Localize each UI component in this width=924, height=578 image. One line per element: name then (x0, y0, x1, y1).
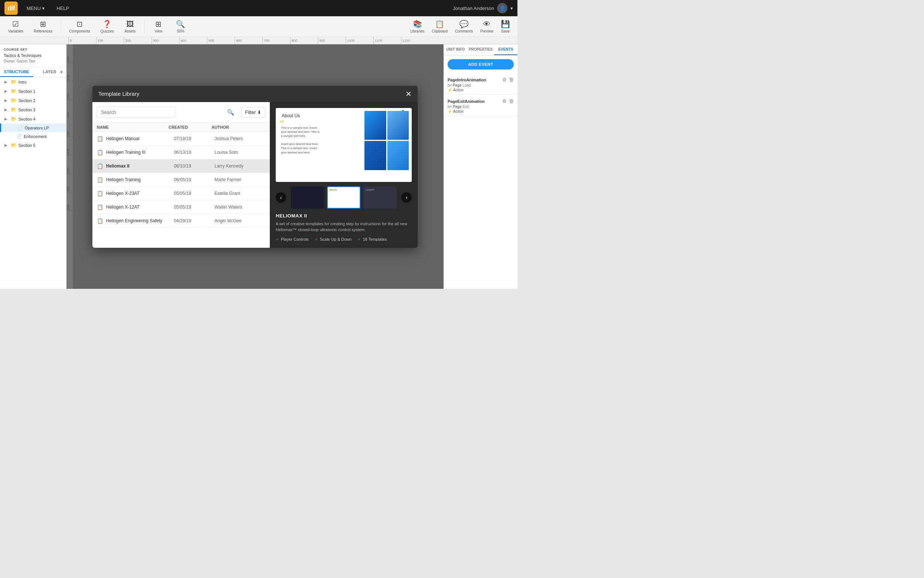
add-item-button[interactable]: + (60, 69, 63, 75)
next-thumbnail-button[interactable]: › (401, 192, 412, 203)
toolbar-comments[interactable]: 💬 Comments (452, 18, 476, 35)
table-row[interactable]: 📋 Heliogen Engineering Safety 04/29/19 A… (92, 214, 270, 228)
ruler-mark-700: 700 (262, 37, 290, 44)
thumbnail-1[interactable] (291, 187, 324, 209)
search-icon: 🔍 (227, 109, 234, 116)
tab-properties[interactable]: PROPERTIES (467, 44, 494, 55)
filter-icon: ⬇ (257, 109, 261, 115)
app-logo: dif (5, 2, 18, 15)
page-icon: 📄 (18, 125, 23, 130)
menu-button[interactable]: MENU ▾ (24, 4, 48, 13)
event-sub-page-exit: on Page Exit (448, 105, 514, 109)
thumbnail-about-text: About Us (328, 187, 359, 192)
lightning-icon: ⚡ (448, 109, 452, 114)
components-icon: ⊡ (76, 19, 83, 28)
table-row[interactable]: 📋 Heliogen X-23AT 05/05/19 Estella Grant (92, 187, 270, 200)
toolbar: ☑ Variables ⊞ References ⊡ Components ❓ … (0, 16, 518, 37)
event-delete-button[interactable]: 🗑 (509, 98, 514, 104)
right-panel: UNIT INFO PROPERTIES EVENTS ADD EVENT Pa… (443, 44, 518, 289)
modal-left-panel: 🔍 Filter ⬇ NAME CREATED AUTHOR (92, 102, 270, 248)
top-nav: dif MENU ▾ HELP Jonathan Anderson 👤 ▾ (0, 0, 518, 16)
preview-features: ✓ Player Controls ✓ Scale Up & Down ✓ 18… (276, 237, 412, 242)
toolbar-references[interactable]: ⊞ References (30, 18, 56, 35)
ruler-horizontal: 0 100 200 300 400 500 600 700 800 900 10… (0, 37, 518, 44)
ruler-mark-1150: 1150 (401, 37, 429, 44)
table-row-selected[interactable]: 📋 Heliomax II 06/10/19 Larry Kennedy (92, 159, 270, 173)
tab-unit-info[interactable]: UNIT INFO (444, 44, 467, 55)
sidebar-item-section5[interactable]: ▶ 📁 Section 5 (0, 141, 66, 150)
sidebar-item-operators-lp[interactable]: ▶ 📄 Operators LP (0, 123, 66, 132)
toolbar-assets[interactable]: 🖼 Assets (120, 18, 140, 35)
folder-icon: 📁 (11, 79, 17, 85)
toolbar-quizzes[interactable]: ❓ Quizzes (97, 18, 118, 35)
sidebar-item-section3[interactable]: ▶ 📁 Section 3 (0, 105, 66, 114)
doc-icon: 📋 (97, 136, 103, 142)
event-action-page-exit: ⚡Action (448, 109, 514, 114)
tab-structure[interactable]: STRUCTURE (0, 67, 33, 77)
feature-player-controls: ✓ Player Controls (276, 237, 309, 242)
canvas-area: 100 200 300 400 500 600 700 800 900 Temp… (66, 44, 443, 289)
thumbnail-3[interactable]: CHART (363, 187, 396, 209)
modal-close-button[interactable]: ✕ (405, 90, 412, 97)
view-icon: ⊞ (155, 19, 162, 28)
modal-table-header: NAME CREATED AUTHOR (92, 123, 270, 132)
toolbar-view[interactable]: ⊞ View (149, 18, 168, 35)
preview-info: HELIOMAX II A set of creative templates … (276, 213, 412, 242)
feature-18-templates: ✓ 18 Templates (358, 237, 387, 242)
table-row[interactable]: 📋 Heliogen Training III 06/13/19 Louisa … (92, 146, 270, 159)
table-row[interactable]: 📋 Heliogen Training 06/05/19 Marie Farme… (92, 173, 270, 187)
toolbar-zoom[interactable]: 🔍 50% (171, 18, 190, 35)
folder-icon: 📁 (11, 107, 17, 112)
sidebar-item-enforcement[interactable]: ▶ 📄 Enforcement (0, 132, 66, 141)
page-icon: 📄 (17, 134, 22, 139)
check-icon: ✓ (358, 237, 361, 242)
toolbar-variables[interactable]: ☑ Variables (5, 18, 27, 35)
event-settings-button[interactable]: ⚙ (502, 98, 507, 104)
toolbar-save[interactable]: 💾 Save (498, 18, 513, 35)
modal-search-row: 🔍 Filter ⬇ (92, 102, 270, 123)
col-header-name: NAME (97, 125, 168, 130)
toolbar-libraries[interactable]: 📚 Libraries (407, 18, 427, 35)
right-panel-tabs: UNIT INFO PROPERTIES EVENTS (444, 44, 518, 55)
toolbar-sep-1 (61, 20, 61, 33)
check-icon: ✓ (314, 237, 318, 242)
table-row[interactable]: 📋 Heliogen X-12AT 05/05/19 Walter Waters (92, 200, 270, 214)
preview-image-grid (364, 111, 409, 170)
sidebar-item-section4[interactable]: ▶ 📁 Section 4 (0, 114, 66, 123)
event-settings-button[interactable]: ⚙ (502, 77, 507, 83)
toolbar-components[interactable]: ⊡ Components (65, 18, 94, 35)
event-page-intro: PageIntroAnimation ⚙ 🗑 on Page Load ⚡Act… (444, 73, 518, 95)
sidebar-item-section2[interactable]: ▶ 📁 Section 2 (0, 96, 66, 105)
event-icons: ⚙ 🗑 (502, 98, 514, 104)
template-library-modal: Template Library ✕ 🔍 Filter (92, 86, 417, 248)
sidebar-tabs: STRUCTURE LAYER + (0, 67, 66, 77)
course-set-label: COURSE SET (4, 47, 63, 52)
lightning-icon: ⚡ (448, 88, 452, 92)
thumbnail-2[interactable]: About Us (327, 187, 360, 209)
event-delete-button[interactable]: 🗑 (509, 77, 514, 83)
toolbar-preview[interactable]: 👁 Preview (477, 18, 496, 35)
sidebar-item-section1[interactable]: ▶ 📁 Section 1 (0, 86, 66, 96)
thumbnail-row: About Us CHART (276, 187, 412, 209)
toolbar-clipboard[interactable]: 📋 Clipboard (429, 18, 451, 35)
ruler-marks: 0 100 200 300 400 500 600 700 800 900 10… (68, 37, 429, 44)
prev-thumbnail-button[interactable]: ‹ (276, 192, 286, 203)
user-area: Jonathan Anderson 👤 ▾ (453, 3, 513, 13)
comments-icon: 💬 (460, 19, 469, 28)
preview-about-us: About Us " This is a sample text. Insert… (276, 108, 412, 182)
add-event-button[interactable]: ADD EVENT (448, 59, 514, 70)
folder-icon: 📁 (11, 97, 17, 103)
filter-button[interactable]: Filter ⬇ (241, 107, 265, 118)
search-input[interactable] (97, 107, 175, 118)
ruler-mark-1000: 1000 (346, 37, 373, 44)
ruler-mark-600: 600 (235, 37, 262, 44)
preview-sample-text: This is a sample text. Insert your desir… (281, 126, 322, 154)
table-row[interactable]: 📋 Heliogen Manual 07/18/19 Joshua Peters (92, 132, 270, 146)
preview-description: A set of creative templates for creating… (276, 221, 412, 233)
sidebar-item-intro[interactable]: ▶ 📁 Intro (0, 77, 66, 86)
tab-events[interactable]: EVENTS (494, 44, 518, 55)
help-button[interactable]: HELP (53, 4, 72, 13)
zoom-icon: 🔍 (176, 19, 185, 28)
ruler-mark-300: 300 (152, 37, 179, 44)
modal-title: Template Library (98, 91, 139, 97)
